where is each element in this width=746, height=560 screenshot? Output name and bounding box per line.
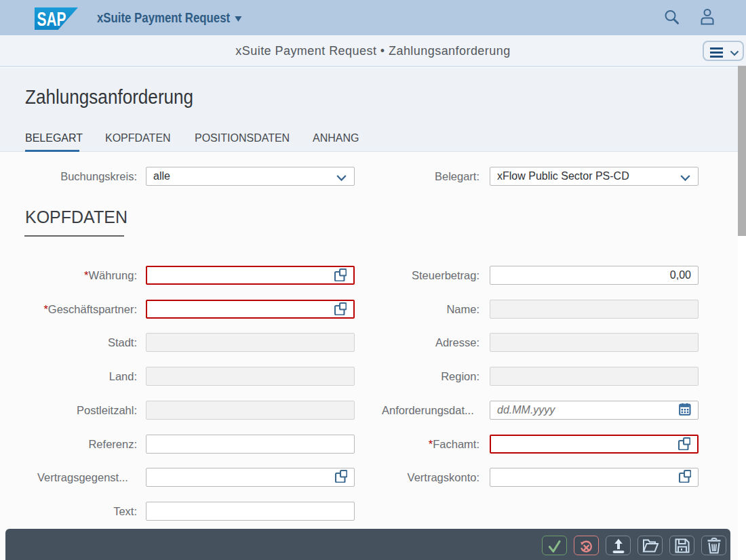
svg-text:SAP: SAP xyxy=(37,7,66,30)
